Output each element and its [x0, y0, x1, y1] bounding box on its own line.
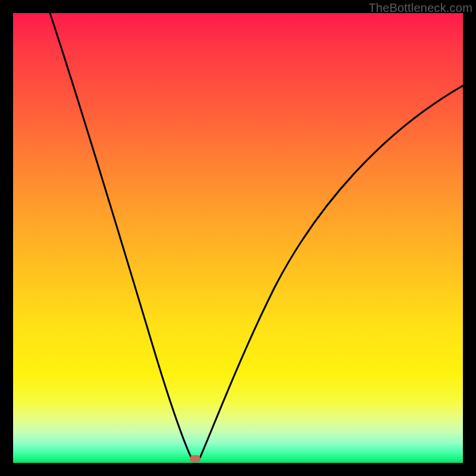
chart-curve-svg: [13, 13, 463, 463]
curve-left-branch: [50, 13, 193, 461]
curve-right-branch: [199, 86, 463, 461]
chart-frame: [13, 13, 463, 463]
cusp-marker: [190, 455, 201, 462]
